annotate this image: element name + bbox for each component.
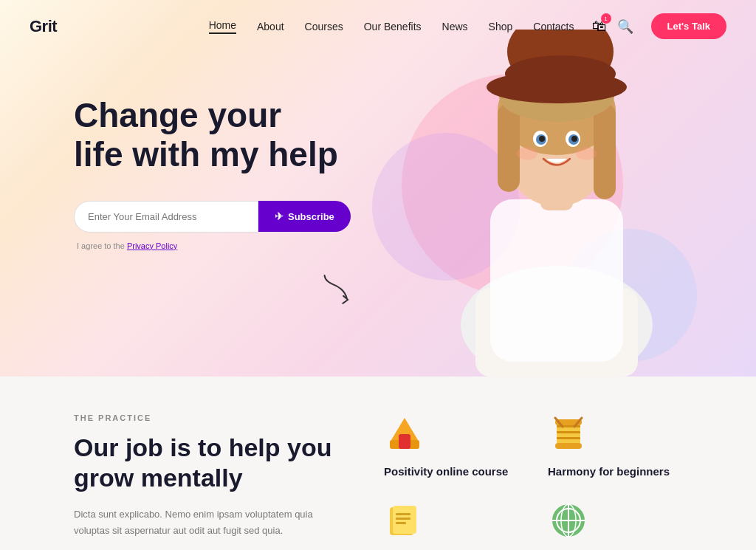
header-icons: 🛍 1 🔍 Let's Talk bbox=[592, 13, 726, 39]
svg-rect-35 bbox=[396, 522, 406, 524]
course-card-4 bbox=[548, 500, 682, 544]
cart-icon[interactable]: 🛍 1 bbox=[592, 18, 607, 35]
course-card-3 bbox=[384, 500, 518, 544]
nav-news[interactable]: News bbox=[442, 21, 468, 32]
header: Grit Home About Courses Our Benefits New… bbox=[0, 0, 756, 52]
search-icon[interactable]: 🔍 bbox=[617, 18, 633, 35]
practice-cards: Positivity online course H bbox=[384, 413, 682, 544]
hero-content: Change your life with my help ✈ Subscrib… bbox=[74, 96, 351, 250]
course-icon-4 bbox=[548, 500, 589, 541]
nav-about[interactable]: About bbox=[257, 21, 284, 32]
email-form: ✈ Subscribe bbox=[74, 201, 351, 233]
svg-rect-6 bbox=[498, 103, 520, 192]
logo: Grit bbox=[30, 17, 57, 36]
course-name-positivity: Positivity online course bbox=[384, 465, 518, 478]
svg-point-11 bbox=[505, 55, 616, 92]
section-label: THE PRACTICE bbox=[74, 413, 340, 422]
svg-point-17 bbox=[571, 136, 577, 142]
arrow-decoration bbox=[314, 271, 365, 321]
svg-rect-2 bbox=[490, 199, 623, 362]
svg-rect-7 bbox=[594, 103, 616, 199]
svg-point-19 bbox=[576, 147, 597, 160]
course-name-harmony: Harmony for beginners bbox=[548, 465, 682, 478]
nav-home[interactable]: Home bbox=[209, 19, 236, 34]
svg-rect-34 bbox=[396, 518, 410, 520]
course-icon-harmony bbox=[548, 413, 589, 455]
svg-rect-22 bbox=[399, 434, 410, 449]
privacy-notice: I agree to the Privacy Policy bbox=[77, 241, 351, 250]
lets-talk-button[interactable]: Let's Talk bbox=[651, 13, 726, 39]
hero-person-image bbox=[416, 22, 697, 377]
section-title: Our job is to help you grow mentally bbox=[74, 433, 340, 493]
send-icon: ✈ bbox=[275, 210, 284, 222]
nav: Home About Courses Our Benefits News Sho… bbox=[209, 19, 574, 34]
svg-point-18 bbox=[517, 147, 537, 160]
section-description: Dicta sunt explicabo. Nemo enim ipsam vo… bbox=[74, 506, 340, 539]
person-svg bbox=[431, 30, 682, 377]
practice-left-column: THE PRACTICE Our job is to help you grow… bbox=[74, 413, 340, 539]
nav-shop[interactable]: Shop bbox=[489, 21, 513, 32]
privacy-policy-link[interactable]: Privacy Policy bbox=[127, 241, 177, 250]
svg-rect-33 bbox=[396, 513, 410, 515]
nav-contacts[interactable]: Contacts bbox=[533, 21, 574, 32]
svg-rect-28 bbox=[557, 437, 580, 439]
course-icon-positivity bbox=[384, 413, 425, 455]
nav-our-benefits[interactable]: Our Benefits bbox=[364, 21, 422, 32]
email-input[interactable] bbox=[74, 201, 258, 233]
nav-courses[interactable]: Courses bbox=[305, 21, 343, 32]
hero-section: Change your life with my help ✈ Subscrib… bbox=[0, 0, 756, 377]
svg-point-16 bbox=[539, 136, 545, 142]
subscribe-button[interactable]: ✈ Subscribe bbox=[258, 201, 351, 232]
practice-section: THE PRACTICE Our job is to help you grow… bbox=[0, 377, 756, 550]
course-icon-3 bbox=[384, 500, 425, 541]
hero-title: Change your life with my help bbox=[74, 96, 351, 174]
course-card-positivity: Positivity online course bbox=[384, 413, 518, 478]
svg-rect-27 bbox=[557, 431, 580, 433]
svg-rect-25 bbox=[555, 443, 582, 449]
cart-badge: 1 bbox=[601, 13, 611, 24]
course-card-harmony: Harmony for beginners bbox=[548, 413, 682, 478]
